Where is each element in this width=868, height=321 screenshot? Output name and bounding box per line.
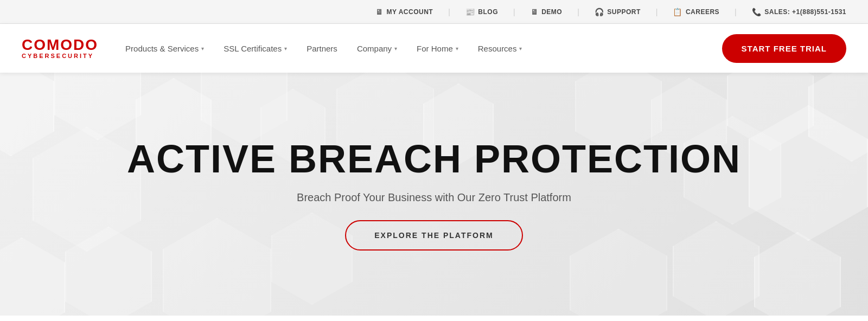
products-chevron-icon: ▾: [201, 46, 204, 52]
nav-partners[interactable]: Partners: [307, 44, 337, 53]
top-bar-my-account[interactable]: 🖥 MY ACCOUNT: [375, 8, 433, 16]
nav-items: Products & Services ▾ SSL Certificates ▾…: [125, 44, 711, 53]
nav-company[interactable]: Company ▾: [357, 44, 397, 53]
nav-for-home[interactable]: For Home ▾: [417, 44, 458, 53]
top-bar-blog[interactable]: 📰 BLOG: [465, 8, 498, 16]
top-bar-demo[interactable]: 🖥 DEMO: [531, 8, 563, 16]
hero-content: ACTIVE BREACH PROTECTION Breach Proof Yo…: [127, 138, 741, 251]
logo-comodo: COMODO: [22, 37, 98, 53]
explore-platform-button[interactable]: EXPLORE THE PLATFORM: [345, 220, 522, 251]
logo-cybersecurity: CYBERSECURITY: [22, 53, 98, 59]
my-account-icon: 🖥: [375, 8, 384, 16]
company-chevron-icon: ▾: [394, 46, 397, 52]
demo-icon: 🖥: [531, 8, 539, 16]
nav-resources[interactable]: Resources ▾: [478, 44, 522, 53]
hero-subtitle: Breach Proof Your Business with Our Zero…: [297, 191, 571, 204]
resources-chevron-icon: ▾: [519, 46, 522, 52]
ssl-chevron-icon: ▾: [284, 46, 287, 52]
hero-title: ACTIVE BREACH PROTECTION: [127, 138, 741, 181]
support-icon: 🎧: [595, 8, 604, 16]
top-bar-careers[interactable]: 📋 CAREERS: [673, 8, 719, 16]
start-free-trial-button[interactable]: START FREE TRIAL: [722, 34, 846, 63]
hero-section: ACTIVE BREACH PROTECTION Breach Proof Yo…: [0, 73, 868, 316]
top-bar: 🖥 MY ACCOUNT | 📰 BLOG | 🖥 DEMO | 🎧 SUPPO…: [0, 0, 868, 24]
blog-icon: 📰: [465, 8, 475, 16]
nav-ssl-certificates[interactable]: SSL Certificates ▾: [224, 44, 287, 53]
careers-icon: 📋: [673, 8, 682, 16]
phone-icon: 📞: [752, 8, 762, 16]
for-home-chevron-icon: ▾: [456, 46, 458, 52]
nav-products-services[interactable]: Products & Services ▾: [125, 44, 204, 53]
main-nav: COMODO CYBERSECURITY Products & Services…: [0, 24, 868, 73]
logo[interactable]: COMODO CYBERSECURITY: [22, 37, 98, 59]
top-bar-sales[interactable]: 📞 SALES: +1(888)551-1531: [752, 8, 846, 16]
top-bar-support[interactable]: 🎧 SUPPORT: [595, 8, 641, 16]
